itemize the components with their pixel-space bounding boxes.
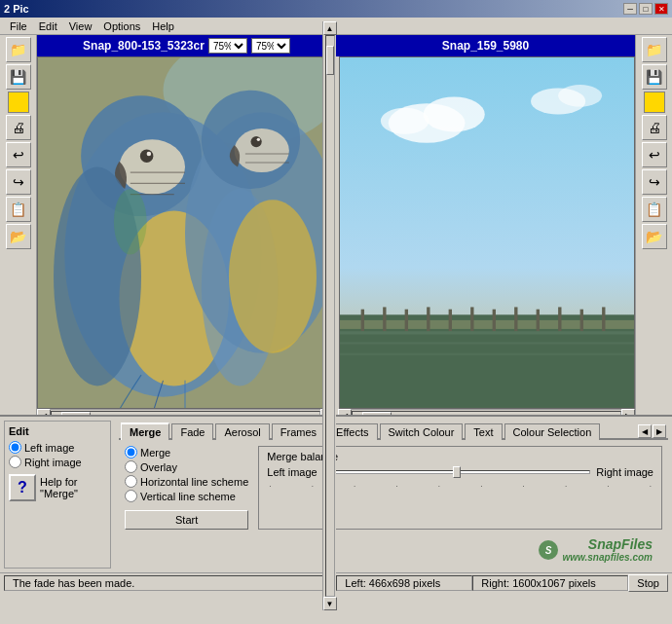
menu-help[interactable]: Help [146, 19, 180, 33]
merge-radio-vertical[interactable] [125, 490, 137, 502]
right-h-scroll-thumb[interactable] [362, 412, 392, 415]
radio-left-image[interactable]: Left image [9, 441, 106, 454]
balance-left-label: Left image [267, 466, 317, 478]
right-image-header: Snap_159_5980 [336, 39, 635, 53]
stop-button[interactable]: Stop [628, 574, 668, 592]
merge-label-vertical: Vertical line scheme [140, 491, 236, 502]
merge-options: Merge Overlay Horizontal line scheme Ver… [125, 446, 248, 530]
right-h-scroll-left[interactable]: ◀ [338, 409, 352, 415]
right-tb-save[interactable]: 💾 [642, 64, 667, 90]
right-tb-print[interactable]: 🖨 [642, 115, 667, 140]
tabs-row: Merge Fade Aerosol Frames Effects Switch… [119, 421, 668, 440]
svg-rect-42 [580, 310, 583, 331]
svg-rect-41 [558, 307, 561, 331]
tab-merge[interactable]: Merge [121, 422, 169, 440]
svg-rect-37 [470, 307, 473, 331]
left-h-scrollbar[interactable] [51, 411, 320, 415]
snapfiles-logo: S SnapFiles www.snapfiles.com [537, 536, 653, 563]
tab-nav-left[interactable]: ◀ [638, 424, 652, 438]
left-tb-redo[interactable]: ↪ [6, 169, 31, 195]
app-title: 2 Pic [4, 3, 29, 15]
left-image-title: Snap_800-153_5323cr [83, 39, 205, 53]
merge-radio-overlay[interactable] [125, 460, 137, 473]
status-bar: The fade has been made. Left: 466x698 pi… [0, 572, 672, 592]
menu-file[interactable]: File [4, 19, 33, 33]
help-section: ? Help for "Merge" [9, 474, 106, 501]
edit-section: Edit Left image Right image ? Help for "… [0, 417, 672, 572]
left-tb-color[interactable] [8, 92, 29, 113]
merge-option-overlay[interactable]: Overlay [125, 460, 248, 473]
close-button[interactable]: ✕ [654, 3, 668, 15]
tab-nav-right[interactable]: ▶ [653, 424, 666, 438]
svg-rect-43 [602, 307, 605, 331]
radio-right-input[interactable] [9, 456, 21, 468]
minimize-button[interactable]: ─ [623, 3, 637, 15]
svg-rect-40 [537, 310, 540, 331]
tab-switch-colour[interactable]: Switch Colour [380, 423, 464, 440]
left-tb-copy[interactable]: 📋 [6, 197, 31, 222]
merge-balance: Merge balance Left image Right image ...… [258, 446, 662, 530]
menu-view[interactable]: View [63, 19, 98, 33]
left-tb-paste[interactable]: 📂 [6, 224, 31, 249]
merge-radio-horizontal[interactable] [125, 475, 137, 488]
maximize-button[interactable]: □ [639, 3, 653, 15]
radio-left-label: Left image [24, 442, 74, 454]
left-zoom-select[interactable]: 75% 25% 50% 100% [208, 38, 247, 54]
left-v-scroll-thumb[interactable] [326, 56, 334, 75]
help-button[interactable]: ? [9, 474, 36, 501]
right-h-scroll-right[interactable]: ▶ [621, 409, 635, 415]
right-tb-copy[interactable]: 📋 [642, 197, 667, 222]
status-left-pixels: Left: 466x698 pixels [336, 575, 472, 591]
window-controls: ─ □ ✕ [623, 3, 668, 15]
tab-text[interactable]: Text [465, 423, 502, 440]
tab-colour-selection[interactable]: Colour Selection [504, 423, 601, 440]
help-label: Help for "Merge" [40, 476, 78, 499]
merge-radio-merge[interactable] [125, 446, 137, 459]
right-image-panel [339, 56, 635, 409]
tab-fade[interactable]: Fade [171, 423, 213, 440]
left-tb-undo[interactable]: ↩ [6, 142, 31, 167]
right-tb-color[interactable] [644, 92, 665, 113]
svg-rect-32 [361, 310, 364, 331]
merge-option-merge[interactable]: Merge [125, 446, 248, 459]
left-v-scroll-track[interactable] [325, 56, 335, 415]
svg-rect-44 [340, 331, 634, 334]
edit-left: Edit Left image Right image ? Help for "… [4, 421, 111, 569]
merge-option-vertical[interactable]: Vertical line scheme [125, 490, 248, 502]
left-zoom-select2[interactable]: 75% 25% 50% 100% [251, 38, 290, 54]
left-image-panel [37, 56, 333, 409]
tab-aerosol[interactable]: Aerosol [215, 423, 269, 440]
radio-right-image[interactable]: Right image [9, 456, 106, 468]
status-message: The fade has been made. [4, 575, 336, 591]
balance-slider[interactable] [323, 470, 591, 474]
merge-option-horizontal[interactable]: Horizontal line scheme [125, 475, 248, 488]
svg-rect-46 [340, 353, 634, 355]
right-tb-paste[interactable]: 📂 [642, 224, 667, 249]
slider-thumb[interactable] [453, 466, 461, 478]
svg-rect-39 [514, 307, 517, 331]
left-tb-print[interactable]: 🖨 [6, 115, 31, 140]
menu-options[interactable]: Options [97, 19, 146, 33]
left-v-scrollbar[interactable]: ▲ ▼ [322, 56, 336, 415]
left-tb-save[interactable]: 💾 [6, 64, 31, 90]
start-button[interactable]: Start [125, 510, 248, 530]
right-tb-undo[interactable]: ↩ [642, 142, 667, 167]
right-h-scrollbar[interactable] [352, 411, 621, 415]
svg-point-29 [558, 85, 602, 106]
tab-frames[interactable]: Frames [272, 423, 325, 440]
radio-left-input[interactable] [9, 441, 21, 454]
right-tb-redo[interactable]: ↪ [642, 169, 667, 195]
balance-right-label: Right image [596, 466, 653, 478]
menu-edit[interactable]: Edit [33, 19, 63, 33]
main-area: 📁 💾 🖨 ↩ ↪ 📋 📂 Snap_800-153_5323cr 75% 25… [0, 35, 672, 415]
right-tb-open[interactable]: 📁 [642, 37, 667, 62]
svg-text:S: S [544, 545, 551, 556]
left-h-scroll-thumb[interactable] [61, 412, 91, 415]
left-toolbar: 📁 💾 🖨 ↩ ↪ 📋 📂 [0, 35, 37, 415]
svg-point-27 [381, 108, 429, 134]
tabs-area: Merge Fade Aerosol Frames Effects Switch… [119, 421, 668, 569]
left-tb-open[interactable]: 📁 [6, 37, 31, 62]
left-h-scroll-left[interactable]: ◀ [37, 409, 51, 415]
merge-label-overlay: Overlay [140, 461, 177, 473]
svg-rect-35 [427, 307, 429, 331]
